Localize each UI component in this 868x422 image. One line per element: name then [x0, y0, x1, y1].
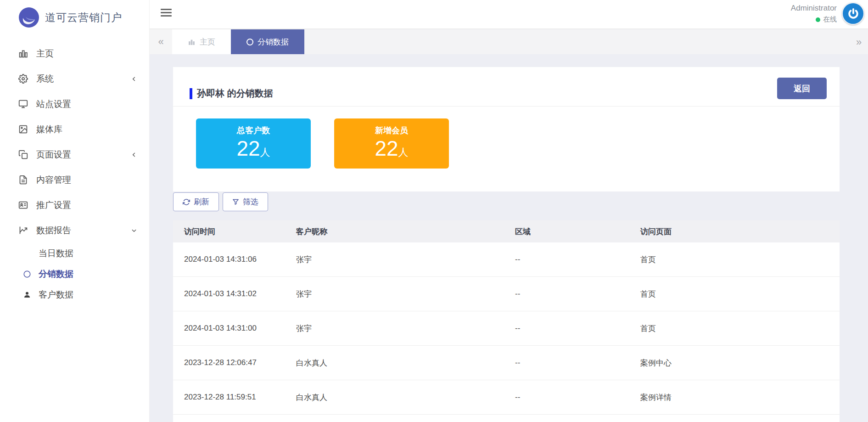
stat-value: 22人 [196, 136, 311, 161]
sidebar-item-label: 媒体库 [36, 124, 62, 135]
sidebar-item-promotion-settings[interactable]: 推广设置 [0, 192, 149, 218]
cell-visit-time: 2024-01-03 14:31:06 [184, 255, 296, 264]
sidebar-item-label: 站点设置 [36, 98, 71, 110]
circle-icon [246, 39, 253, 45]
column-header-visit-page: 访问页面 [640, 226, 840, 237]
bar-chart-icon [188, 38, 196, 46]
document-icon [18, 175, 28, 185]
cell-region: -- [515, 358, 640, 367]
cell-region: -- [515, 393, 640, 402]
sidebar-item-label: 系统 [36, 73, 54, 85]
hamburger-menu-icon[interactable] [161, 9, 172, 18]
table-toolbar: 刷新 筛选 [173, 192, 868, 211]
sidebar-item-label: 数据报告 [36, 225, 71, 236]
tab-home[interactable]: 主页 [172, 29, 231, 54]
power-icon [847, 7, 860, 20]
stat-card-new-members: 新增会员 22人 [334, 118, 449, 169]
sidebar-item-content-management[interactable]: 内容管理 [0, 167, 149, 192]
sidebar-item-system[interactable]: 系统 [0, 66, 149, 91]
circle-icon [23, 249, 31, 258]
chevron-left-icon [131, 76, 137, 82]
circle-icon [23, 270, 31, 278]
main-content: 孙即林 的分销数据 返回 总客户数 22人 新增会员 22人 刷新 [150, 54, 868, 422]
sidebar-item-page-settings[interactable]: 页面设置 [0, 142, 149, 167]
tabs-scroll-left-button[interactable]: « [150, 29, 172, 54]
brand: 道可云营销门户 [0, 0, 149, 34]
image-icon [18, 124, 28, 134]
column-header-region: 区域 [515, 226, 640, 237]
cell-visit-page: 首页 [640, 254, 840, 265]
sidebar-item-media-library[interactable]: 媒体库 [0, 117, 149, 142]
title-accent-bar [190, 88, 192, 99]
username: Administrator [791, 4, 837, 13]
topbar: Administrator 在线 [150, 0, 868, 29]
table-header-row: 访问时间 客户昵称 区域 访问页面 [173, 220, 840, 242]
table-row[interactable]: 2024-01-03 14:31:06 张宇 -- 首页 [173, 242, 840, 277]
sidebar-item-customer-data[interactable]: 客户数据 [0, 284, 149, 305]
table-row[interactable]: 2023-12-28 12:06:47 白水真人 -- 案例中心 [173, 346, 840, 380]
stats-row: 总客户数 22人 新增会员 22人 [173, 107, 840, 191]
brand-logo-icon [18, 7, 39, 28]
line-chart-icon [18, 225, 28, 235]
stat-card-total-customers: 总客户数 22人 [196, 118, 311, 169]
refresh-icon [183, 198, 190, 206]
sidebar-item-label: 当日数据 [39, 248, 73, 259]
cell-region: -- [515, 324, 640, 333]
column-header-nickname: 客户昵称 [296, 226, 515, 237]
cell-visit-page: 首页 [640, 323, 840, 334]
pages-icon [18, 150, 28, 159]
table-row[interactable]: 2023-12-28 11:59:51 白水真人 -- 案例详情 [173, 380, 840, 415]
sidebar-item-label: 分销数据 [39, 268, 73, 280]
tabs-scroll-right-button[interactable]: » [850, 29, 868, 55]
stat-label: 新增会员 [334, 125, 449, 136]
cell-visit-time: 2024-01-03 14:31:00 [184, 324, 296, 333]
chevron-down-icon [131, 227, 137, 234]
sidebar-item-label: 主页 [36, 48, 54, 60]
sidebar: 道可云营销门户 主页 系统 [0, 0, 150, 422]
back-button[interactable]: 返回 [777, 78, 827, 99]
tabbar: « 主页 分销数据 » [150, 29, 868, 54]
filter-icon [232, 198, 239, 205]
gear-icon [18, 74, 28, 84]
table-row[interactable]: 2024-01-03 14:31:02 张宇 -- 首页 [173, 277, 840, 311]
filter-label: 筛选 [243, 197, 258, 207]
sidebar-item-label: 内容管理 [36, 174, 71, 186]
cell-visit-page: 案例中心 [640, 358, 840, 368]
sidebar-item-home[interactable]: 主页 [0, 41, 149, 66]
sidebar-item-site-settings[interactable]: 站点设置 [0, 91, 149, 117]
sidebar-item-data-report[interactable]: 数据报告 [0, 218, 149, 243]
cell-region: -- [515, 289, 640, 298]
tab-label: 分销数据 [258, 37, 289, 47]
monitor-icon [18, 99, 28, 109]
tab-distribution-data[interactable]: 分销数据 [231, 29, 304, 54]
bar-chart-icon [18, 49, 28, 58]
sidebar-menu: 主页 系统 站点设置 [0, 41, 149, 305]
cell-region: -- [515, 255, 640, 264]
cell-visit-page: 首页 [640, 289, 840, 299]
cell-visit-time: 2024-01-03 14:31:02 [184, 289, 296, 298]
sidebar-item-label: 推广设置 [36, 199, 71, 211]
cell-visit-time: 2023-12-28 11:59:51 [184, 393, 296, 402]
avatar[interactable] [842, 2, 864, 25]
filter-button[interactable]: 筛选 [223, 192, 268, 211]
sidebar-item-label: 客户数据 [39, 289, 73, 301]
id-card-icon [18, 200, 28, 210]
user-block[interactable]: Administrator 在线 [791, 4, 837, 24]
table-row[interactable]: 2024-01-03 14:31:00 张宇 -- 首页 [173, 311, 840, 346]
panel-header: 孙即林 的分销数据 返回 [173, 67, 840, 107]
user-icon [23, 291, 31, 299]
distribution-panel: 孙即林 的分销数据 返回 总客户数 22人 新增会员 22人 [173, 67, 840, 191]
cell-nickname: 张宇 [296, 254, 515, 265]
sidebar-item-daily-data[interactable]: 当日数据 [0, 243, 149, 264]
table-partial-row [173, 415, 840, 422]
sidebar-item-label: 页面设置 [36, 149, 71, 161]
online-status-dot [816, 17, 820, 22]
refresh-button[interactable]: 刷新 [173, 192, 219, 211]
cell-visit-time: 2023-12-28 12:06:47 [184, 358, 296, 367]
visits-table: 访问时间 客户昵称 区域 访问页面 2024-01-03 14:31:06 张宇… [173, 220, 840, 422]
refresh-label: 刷新 [194, 197, 209, 207]
cell-nickname: 张宇 [296, 323, 515, 334]
stat-label: 总客户数 [196, 125, 311, 136]
online-status-label: 在线 [823, 15, 837, 24]
sidebar-item-distribution-data[interactable]: 分销数据 [0, 264, 149, 284]
